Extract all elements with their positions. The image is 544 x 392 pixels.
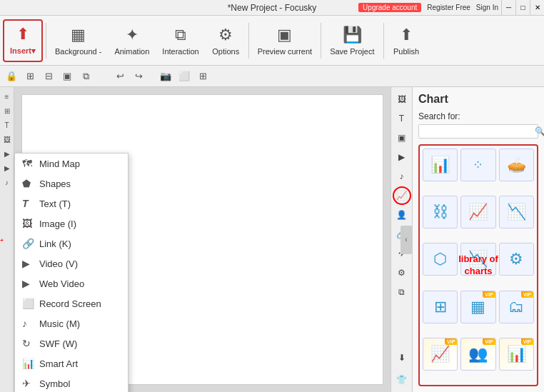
main-toolbar: ⬆ Insert▾ ▦ Background - ✦ Animation ⧉ I… bbox=[0, 16, 544, 66]
sidebar-icon-6[interactable]: ▶ bbox=[1, 161, 14, 174]
insert-dropdown-menu: 🗺 Mind Map ⬟ Shapes T Text (T) 🖼 Image (… bbox=[14, 153, 129, 392]
menu-item-smartart[interactable]: 📊 Smart Art bbox=[15, 353, 128, 373]
scatter-chart-icon: ⁘ bbox=[473, 157, 483, 173]
shapes-icon: ⬟ bbox=[22, 178, 34, 189]
lock-btn[interactable]: 🔒 bbox=[3, 68, 20, 85]
video-label: Video (V) bbox=[39, 258, 78, 269]
move-btn[interactable]: ⊞ bbox=[194, 68, 211, 85]
right-icon-bottom[interactable]: ⬇ bbox=[393, 348, 411, 367]
animation-button[interactable]: ✦ Animation bbox=[109, 19, 155, 62]
register-link[interactable]: Register Free bbox=[427, 4, 470, 11]
maximize-btn[interactable]: □ bbox=[515, 0, 530, 16]
publish-button[interactable]: ⬆ Publish bbox=[387, 19, 426, 62]
preview-icon: ▣ bbox=[277, 26, 292, 44]
vip-badge-5: VIP bbox=[483, 338, 495, 345]
signin-link[interactable]: Sign In bbox=[476, 4, 498, 11]
chart-item-cog[interactable]: ⚙ bbox=[499, 243, 534, 276]
symbol-icon: ✈ bbox=[22, 378, 34, 389]
menu-item-text[interactable]: T Text (T) bbox=[15, 194, 128, 213]
screen-btn[interactable]: ⬜ bbox=[176, 68, 193, 85]
vip3-chart-icon: 🗂 bbox=[508, 298, 524, 316]
chart-item-bar[interactable]: 📊 bbox=[423, 149, 458, 181]
save-button[interactable]: 💾 Save Project bbox=[324, 19, 380, 62]
sidebar-icon-4[interactable]: 🖼 bbox=[1, 133, 14, 146]
chart-item-slope[interactable]: 📉 bbox=[460, 243, 495, 276]
snap-btn[interactable]: ⊟ bbox=[40, 68, 57, 85]
menu-item-swf[interactable]: ↻ SWF (W) bbox=[15, 333, 128, 353]
vip6-chart-icon: 📊 bbox=[507, 345, 526, 363]
chart-item-area[interactable]: 📈 bbox=[460, 196, 495, 228]
sidebar-icon-7[interactable]: ♪ bbox=[1, 176, 14, 189]
options-button[interactable]: ⚙ Options bbox=[206, 19, 246, 62]
chart-item-pie[interactable]: 🥧 bbox=[499, 149, 534, 181]
menu-item-recordscreen[interactable]: ⬜ Record Screen bbox=[15, 293, 128, 313]
right-icon-person[interactable]: 👤 bbox=[393, 206, 411, 224]
frame-btn[interactable]: ▣ bbox=[59, 68, 76, 85]
panel-expand-btn[interactable]: ‹ bbox=[401, 226, 412, 254]
chart-item-network[interactable]: ⛓ bbox=[423, 196, 458, 228]
second-toolbar: 🔒 ⊞ ⊟ ▣ ⧉ ↩ ↪ 📷 ⬜ ⊞ bbox=[0, 66, 544, 87]
right-icon-shirt[interactable]: 👕 bbox=[393, 371, 411, 389]
sidebar-icon-5[interactable]: ▶ bbox=[1, 147, 14, 160]
right-icon-gear[interactable]: ⚙ bbox=[393, 263, 411, 282]
chart-grid: 📊 ⁘ 🥧 ⛓ 📈 📉 ⬡ 📉 bbox=[418, 144, 538, 386]
menu-item-webvideo[interactable]: ▶ Web Video bbox=[15, 273, 128, 293]
chart-item-multibar[interactable]: 📉 bbox=[499, 196, 534, 228]
menu-item-music[interactable]: ♪ Music (M) bbox=[15, 313, 128, 333]
chart-item-vip4[interactable]: VIP 📈 bbox=[423, 338, 458, 371]
grid-btn[interactable]: ⊞ bbox=[21, 68, 39, 85]
toolbar-sep-4 bbox=[383, 23, 384, 59]
menu-item-link[interactable]: 🔗 Link (K) bbox=[15, 233, 128, 253]
network-chart-icon: ⛓ bbox=[433, 203, 448, 221]
area-chart-icon: 📈 bbox=[468, 203, 488, 221]
chart-item-table[interactable]: ⊞ bbox=[423, 291, 458, 323]
right-icon-chart[interactable]: 📈 bbox=[393, 186, 411, 205]
undo-btn[interactable]: ↩ bbox=[111, 68, 129, 85]
menu-item-video[interactable]: ▶ Video (V) bbox=[15, 253, 128, 273]
menu-item-shapes[interactable]: ⬟ Shapes bbox=[15, 174, 128, 194]
close-btn[interactable]: ✕ bbox=[530, 0, 544, 16]
link-icon: 🔗 bbox=[22, 238, 34, 249]
preview-button[interactable]: ▣ Preview current bbox=[252, 19, 318, 62]
chart-item-vip6[interactable]: VIP 📊 bbox=[499, 338, 534, 371]
search-icon: 🔍 bbox=[532, 125, 544, 138]
right-icon-image[interactable]: 🖼 bbox=[393, 90, 411, 109]
right-icon-video[interactable]: ▶ bbox=[393, 148, 411, 166]
sidebar-icon-3[interactable]: T bbox=[1, 119, 14, 131]
right-icon-copy[interactable]: ⧉ bbox=[393, 283, 411, 301]
interaction-button[interactable]: ⧉ Interaction bbox=[156, 19, 204, 62]
recordscreen-label: Record Screen bbox=[39, 298, 101, 309]
camera-btn[interactable]: 📷 bbox=[157, 68, 174, 85]
chart-item-vip5[interactable]: VIP 👥 bbox=[460, 338, 495, 371]
pie-chart-icon: 🥧 bbox=[507, 156, 526, 174]
chart-panel-title: Chart bbox=[418, 93, 538, 106]
swf-label: SWF (W) bbox=[39, 338, 77, 349]
recordscreen-icon: ⬜ bbox=[22, 298, 34, 309]
right-icon-frame[interactable]: ▣ bbox=[393, 129, 411, 147]
chart-item-hex[interactable]: ⬡ bbox=[423, 243, 458, 276]
insert-icon: ⬆ bbox=[16, 25, 29, 44]
sidebar-icon-2[interactable]: ⊞ bbox=[1, 104, 14, 117]
menu-item-mindmap[interactable]: 🗺 Mind Map bbox=[15, 154, 128, 174]
chart-item-gantt[interactable]: VIP ▦ bbox=[460, 291, 495, 323]
right-icon-text[interactable]: T bbox=[393, 109, 411, 128]
gantt-chart-icon: ▦ bbox=[470, 298, 485, 316]
chart-item-scatter[interactable]: ⁘ bbox=[460, 149, 495, 181]
redo-btn[interactable]: ↪ bbox=[130, 68, 147, 85]
chart-search-input[interactable] bbox=[419, 125, 532, 138]
insert-button[interactable]: ⬆ Insert▾ bbox=[3, 19, 43, 62]
sidebar-icon-1[interactable]: ≡ bbox=[1, 90, 14, 103]
table-chart-icon: ⊞ bbox=[434, 298, 447, 316]
menu-item-symbol[interactable]: ✈ Symbol bbox=[15, 373, 128, 392]
minimize-btn[interactable]: ─ bbox=[501, 0, 515, 16]
symbol-label: Symbol bbox=[39, 378, 70, 389]
swf-icon: ↻ bbox=[22, 338, 34, 349]
hex-chart-icon: ⬡ bbox=[433, 250, 447, 268]
chart-item-vip3[interactable]: VIP 🗂 bbox=[499, 291, 534, 323]
title-text: *New Project - Focusky bbox=[228, 3, 317, 13]
menu-item-image[interactable]: 🖼 Image (I) bbox=[15, 213, 128, 233]
upgrade-btn[interactable]: Upgrade account bbox=[358, 3, 421, 12]
right-icon-music[interactable]: ♪ bbox=[393, 167, 411, 186]
copy-btn[interactable]: ⧉ bbox=[77, 68, 94, 85]
background-button[interactable]: ▦ Background - bbox=[49, 19, 107, 62]
